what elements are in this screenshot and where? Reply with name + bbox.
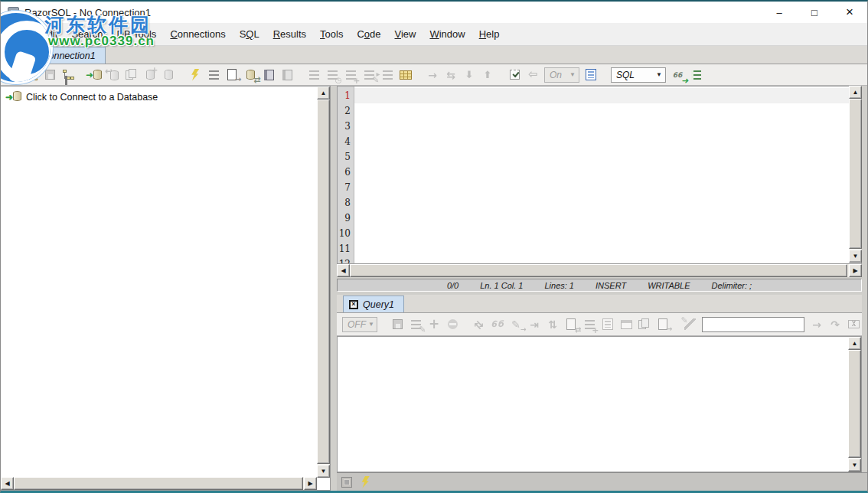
move-up-button: ⬆ (478, 66, 497, 84)
editor-hscrollbar[interactable]: ◀ ▶ (337, 264, 862, 277)
scroll-down-button[interactable]: ▼ (848, 459, 861, 472)
export-data-button[interactable]: → (223, 66, 241, 84)
main-toolbar: ➜↩+→⇄◷+✎▸→⇆⬇⬆⇦On▼SQL▼66➜ (1, 64, 867, 86)
scroll-right-button[interactable]: ▶ (849, 264, 862, 277)
add-note-icon: + (865, 318, 868, 331)
editor-vscrollbar[interactable]: ▲ ▼ (849, 86, 862, 263)
remove-row-button (443, 315, 462, 334)
scroll-thumb[interactable] (350, 264, 847, 277)
filter-add-icon: + (582, 318, 597, 331)
save-file-button (41, 66, 59, 84)
menu-window[interactable]: Window (423, 25, 472, 43)
connection-manager-icon (61, 68, 76, 82)
scroll-up-button[interactable]: ▲ (317, 87, 330, 100)
menu-file[interactable]: File (4, 25, 34, 43)
add-connection-icon: + (143, 68, 158, 82)
add-note-button: + (863, 315, 868, 334)
panel-splitter[interactable] (331, 86, 337, 491)
scroll-thumb[interactable] (848, 350, 861, 458)
format-results-icon: ✎ (683, 318, 697, 331)
results-vscrollbar[interactable]: ▲ ▼ (848, 337, 861, 472)
filter-add-button: + (580, 315, 599, 334)
tab-close-icon[interactable]: × (13, 51, 22, 60)
popout-results-button (617, 315, 635, 334)
call-log-button[interactable] (582, 66, 600, 84)
describe-object-button[interactable] (204, 66, 223, 84)
refresh-connection-icon: ⇄ (243, 68, 258, 82)
menu-search[interactable]: Search (64, 25, 109, 43)
move-down-icon: ⬇ (462, 68, 477, 82)
menu-sql[interactable]: SQL (233, 25, 266, 43)
line-number: 8 (338, 195, 351, 211)
edit-results-button: + (341, 66, 360, 84)
query-results-area[interactable] (337, 336, 862, 472)
view-row-button: 6б (488, 315, 507, 334)
menu-view[interactable]: View (388, 25, 423, 43)
copy-with-headers-button: → (654, 315, 672, 334)
connections-hscrollbar[interactable]: ◀ ▶ (1, 477, 317, 490)
copy-with-headers-icon: → (656, 318, 671, 331)
open-file-button[interactable] (22, 66, 41, 84)
toggle-line-numbers-button[interactable] (687, 66, 705, 84)
editor-panel: 123456789101112 ▲ ▼ ◀ ▶ 0/0 Ln. 1 Col. 1… (337, 86, 868, 491)
content-area: ➜Click to Connect to a Database ▲ ▼ ◀ ▶ … (1, 86, 867, 491)
stop-query-icon[interactable] (341, 477, 352, 488)
scroll-thumb[interactable] (317, 100, 330, 464)
tree-item-label: Click to Connect to a Database (26, 92, 158, 103)
menu-tools[interactable]: Tools (313, 25, 350, 43)
connection-manager-button[interactable] (59, 66, 77, 84)
connections-panel[interactable]: ➜Click to Connect to a Database ▲ ▼ ◀ ▶ (1, 86, 331, 491)
refresh-results-icon: ⇄ (472, 318, 487, 331)
update-row-button: ✎ (360, 66, 378, 84)
edit-table-data-button[interactable] (396, 66, 415, 84)
sql-history-button[interactable] (259, 66, 278, 84)
tab-close-icon[interactable]: × (349, 300, 358, 309)
toggle-line-numbers-icon (689, 68, 703, 82)
connect-database-button[interactable]: ➜ (86, 66, 104, 84)
scroll-down-button[interactable]: ▼ (849, 250, 862, 263)
close-button[interactable]: × (832, 2, 867, 23)
menu-help[interactable]: Help (472, 25, 507, 43)
describe-object-icon (207, 68, 221, 82)
format-results-button: ✎ (680, 315, 699, 334)
scroll-down-button[interactable]: ▼ (317, 465, 330, 478)
view-row-icon: 6б (491, 318, 505, 331)
tree-item-connect[interactable]: ➜Click to Connect to a Database (1, 87, 330, 103)
scroll-left-button[interactable]: ◀ (337, 264, 350, 277)
search-results-input[interactable] (702, 317, 804, 332)
statement-type-select-value: SQL (616, 70, 635, 80)
statement-type-select[interactable]: SQL▼ (611, 67, 666, 83)
query-toolbar: OFF▼✎+⇄6б✎→⇥⇅⇄+→✎→↷+ (337, 313, 862, 336)
query-tab[interactable]: ×Query1 (343, 295, 404, 312)
new-file-button[interactable] (4, 66, 22, 84)
scroll-up-button[interactable]: ▲ (848, 337, 861, 350)
sql-editor[interactable] (354, 87, 861, 263)
menu-db-tools[interactable]: DB Tools (110, 25, 164, 43)
menu-code[interactable]: Code (350, 25, 387, 43)
line-number: 11 (338, 241, 351, 256)
refresh-connection-button[interactable]: ⇄ (241, 66, 259, 84)
commit-transaction-button[interactable] (505, 66, 524, 84)
connections-vscrollbar[interactable]: ▲ ▼ (317, 87, 330, 478)
maximize-button[interactable]: □ (797, 2, 832, 23)
scroll-left-button[interactable]: ◀ (1, 477, 14, 490)
connection-tab[interactable]: ×No Connection1 (7, 47, 106, 64)
line-number: 1 (338, 88, 351, 103)
line-number: 7 (338, 180, 351, 195)
scroll-thumb[interactable] (14, 477, 303, 490)
move-up-icon: ⬆ (481, 68, 495, 82)
column-options-icon (601, 318, 615, 331)
status-insert-mode: INSERT (596, 281, 626, 290)
scroll-thumb[interactable] (849, 99, 862, 249)
menu-edit[interactable]: Edit (34, 25, 64, 43)
minimize-button[interactable]: – (762, 2, 797, 23)
scroll-right-button[interactable]: ▶ (304, 477, 317, 490)
menu-connections[interactable]: Connections (163, 25, 232, 43)
edit-cell-icon: ✎→ (509, 318, 524, 331)
search-next-button: → (808, 315, 826, 334)
goto-line-button[interactable]: 66➜ (668, 66, 687, 84)
status-line-count: Lines: 1 (544, 281, 574, 290)
scroll-up-button[interactable]: ▲ (849, 86, 862, 99)
execute-sql-button[interactable] (186, 66, 204, 84)
menu-results[interactable]: Results (266, 25, 313, 43)
